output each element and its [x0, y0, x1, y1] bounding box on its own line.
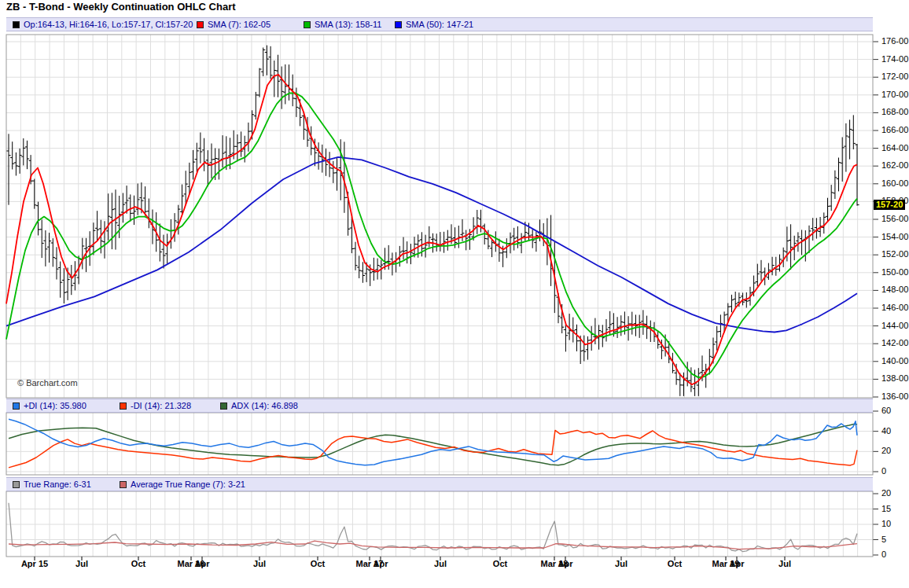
y-axis-tick-label: 5 [881, 535, 886, 544]
dmi-legend-strip: +DI (14): 35.980-DI (14): 21.328ADX (14)… [6, 399, 873, 413]
legend-item: ADX (14): 46.898 [220, 401, 298, 410]
y-axis-tick-label: 40 [881, 426, 891, 435]
legend-swatch-icon [120, 481, 127, 488]
sma13-line [6, 94, 857, 378]
y-axis-tick-label: 172-00 [881, 72, 908, 81]
legend-item: +DI (14): 35.980 [13, 401, 86, 410]
y-axis-tick-label: 146-00 [881, 303, 908, 312]
legend-label: -DI (14): 21.328 [131, 401, 191, 410]
y-axis-tick-label: 168-00 [881, 107, 908, 116]
x-axis-label: Oct [668, 559, 682, 568]
y-axis-tick-label: 144-00 [881, 321, 908, 330]
legend-item: True Range: 6-31 [13, 480, 91, 489]
legend-label: SMA (50): 147-21 [406, 20, 473, 29]
x-axis-label: Apr [195, 559, 210, 568]
x-axis-label: Apr [730, 559, 745, 568]
legend-item: SMA (50): 147-21 [395, 20, 473, 29]
y-axis-tick-label: 142-00 [881, 338, 908, 347]
legend-swatch-icon [220, 402, 227, 410]
x-axis-label: Apr 15 [21, 559, 48, 568]
y-axis-tick-label: 138-00 [881, 373, 908, 383]
legend-swatch-icon [395, 21, 402, 28]
y-axis-tick-label: 150-00 [881, 267, 908, 277]
legend-label: SMA (7): 162-05 [208, 20, 270, 29]
sma7-line [6, 75, 857, 384]
y-axis-tick-label: 136-00 [881, 391, 908, 401]
y-axis-tick-label: 154-00 [881, 232, 908, 241]
legend-label: Op:164-13, Hi:164-16, Lo:157-17, Cl:157-… [24, 20, 193, 29]
legend-item: Average True Range (7): 3-21 [120, 480, 245, 489]
x-axis-label: Apr [558, 559, 573, 568]
legend-swatch-icon [13, 481, 20, 488]
legend-item: SMA (7): 162-05 [197, 20, 270, 29]
x-axis-label: Jul [615, 559, 627, 568]
x-axis-label: Jul [434, 559, 447, 568]
y-axis-tick-label: 20 [881, 446, 891, 455]
watermark: © Barchart.com [17, 378, 78, 388]
y-axis-tick-label: 152-00 [881, 249, 908, 259]
last-price-badge: 157-20 [874, 200, 905, 210]
legend-swatch-icon [304, 21, 311, 28]
legend-swatch-icon [13, 402, 20, 410]
y-axis-tick-label: 148-00 [881, 285, 908, 294]
x-axis-label: Apr [374, 559, 388, 568]
y-axis-tick-label: 10 [881, 519, 891, 528]
legend-label: ADX (14): 46.898 [231, 401, 298, 410]
x-axis-label: Jul [253, 559, 266, 568]
legend-label: True Range: 6-31 [24, 480, 91, 489]
x-axis-label: Oct [493, 559, 507, 568]
sma50-line [6, 157, 857, 333]
legend-swatch-icon [120, 402, 127, 410]
chart-canvas[interactable] [0, 0, 909, 588]
y-axis-tick-label: 15 [881, 504, 891, 513]
legend-item: Op:164-13, Hi:164-16, Lo:157-17, Cl:157-… [13, 20, 193, 29]
y-axis-tick-label: 0 [881, 466, 886, 476]
legend-swatch-icon [197, 21, 204, 28]
legend-label: +DI (14): 35.980 [24, 401, 86, 410]
legend-item: -DI (14): 21.328 [120, 401, 191, 410]
chart-window: ZB - T-Bond - Weekly Continuation OHLC C… [0, 0, 909, 588]
x-axis-label: Oct [131, 559, 145, 568]
x-axis-label: Oct [311, 559, 325, 568]
price-legend-strip: Op:164-13, Hi:164-16, Lo:157-17, Cl:157-… [6, 17, 873, 31]
y-axis-tick-label: 60 [881, 406, 891, 415]
y-axis-tick-label: 174-00 [881, 54, 908, 64]
y-axis-tick-label: 20 [881, 488, 891, 498]
y-axis-tick-label: 166-00 [881, 125, 908, 134]
y-axis-tick-label: 176-00 [881, 36, 908, 46]
y-axis-tick-label: 162-00 [881, 160, 908, 170]
y-axis-tick-label: 140-00 [881, 356, 908, 366]
y-axis-tick-label: 160-00 [881, 178, 908, 188]
legend-item: SMA (13): 158-11 [304, 20, 381, 29]
x-axis-label: Jul [75, 559, 88, 568]
y-axis-tick-label: 0 [881, 549, 886, 559]
legend-label: SMA (13): 158-11 [315, 20, 381, 29]
legend-label: Average True Range (7): 3-21 [131, 480, 245, 489]
y-axis-tick-label: 164-00 [881, 143, 908, 153]
x-axis-label: Jul [778, 559, 791, 568]
y-axis-tick-label: 170-00 [881, 90, 908, 99]
atr-legend-strip: True Range: 6-31Average True Range (7): … [6, 477, 873, 491]
legend-swatch-icon [13, 21, 20, 28]
y-axis-tick-label: 156-00 [881, 214, 908, 223]
